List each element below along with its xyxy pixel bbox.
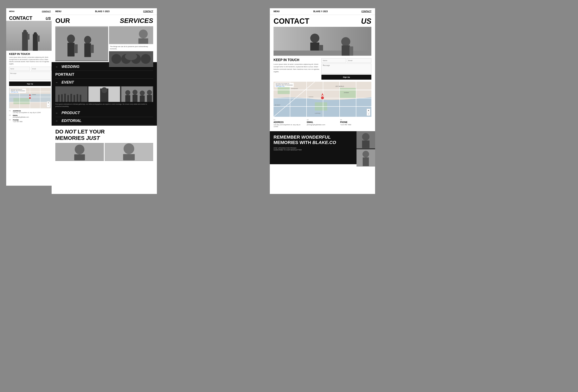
- svg-point-62: [341, 37, 350, 46]
- svg-rect-45: [133, 95, 138, 102]
- event-caption: From grand celebrations to intimate gath…: [55, 103, 153, 107]
- keep-in-touch-body: Lorem ipsum dolor sit amet, consectetur …: [9, 56, 51, 65]
- bottom-img-2-svg: [105, 143, 153, 161]
- email-content: EMAIL photography@blake.com: [13, 115, 29, 118]
- service-event[interactable]: → EVENT: [55, 79, 153, 87]
- address-value: 123 Any 123 anywhere st. any city st 123…: [13, 112, 41, 113]
- svg-point-17: [84, 36, 91, 44]
- message-input[interactable]: [321, 64, 371, 74]
- event-arrow-icon: →: [55, 81, 58, 84]
- panel3-hero-svg: [274, 27, 371, 56]
- service-product[interactable]: → PRODUCT: [55, 109, 153, 117]
- us-subtitle: US: [46, 16, 51, 21]
- message-input[interactable]: [9, 72, 51, 80]
- zoom-in-button[interactable]: +: [367, 109, 370, 112]
- submit-button[interactable]: Sign Up: [9, 82, 51, 86]
- svg-point-9: [29, 97, 31, 99]
- wonderful-label: WONDERFUL: [301, 134, 331, 140]
- panel3-footer: REMEMBER WONDERFUL MEMORIES WITH BLAKE.C…: [270, 131, 375, 164]
- svg-text:Centrum: Centrum: [32, 94, 36, 95]
- address-num: 01: [274, 119, 305, 121]
- svg-text:Centrum: Centrum: [309, 96, 313, 97]
- editorial-label: EDITORIAL: [61, 119, 82, 123]
- svg-point-21: [139, 30, 148, 38]
- panel-contact-desktop: MENU BLAKE © 2023 CONTACT CONTACT US: [270, 8, 375, 194]
- zoom-in-button[interactable]: +: [47, 101, 50, 104]
- svg-text:Jordaan: Jordaan: [344, 92, 349, 93]
- phone-num: 03: [9, 119, 11, 121]
- map-zoom-controls: + −: [47, 101, 50, 107]
- svg-rect-13: [55, 27, 108, 60]
- panel3-nav: MENU BLAKE © 2023 CONTACT: [270, 8, 375, 15]
- services-list: → WEDDING PORTRAIT → EVENT: [52, 62, 157, 126]
- submit-button[interactable]: Sign Up: [321, 75, 371, 80]
- contact-title: CONTACT: [9, 16, 32, 21]
- map-coords-overlay: 52°22'33.2"N 4°53'28.7S Singel 62, 1012 …: [275, 83, 294, 87]
- address-label: ADDRESS: [13, 110, 41, 112]
- svg-point-91: [362, 151, 369, 157]
- map-zoom-controls: + −: [367, 109, 370, 116]
- form-name-email-row: [9, 67, 51, 71]
- portrait-label: PORTRAIT: [55, 72, 74, 77]
- menu-label: MENU: [9, 10, 15, 12]
- main-layout: MENU CONTACT CONTACT US: [0, 0, 578, 392]
- event-label: EVENT: [61, 80, 74, 85]
- svg-point-88: [362, 133, 370, 140]
- address-label: ADDRESS: [274, 121, 305, 123]
- brand-label: BLAKE © 2023: [313, 10, 328, 13]
- svg-rect-2: [13, 98, 30, 104]
- name-input[interactable]: [9, 67, 30, 71]
- contact-link[interactable]: CONTACT: [143, 10, 153, 13]
- event-fashion-svg: [88, 87, 120, 102]
- just-label: JUST: [86, 135, 100, 141]
- svg-rect-61: [274, 50, 371, 56]
- svg-rect-63: [342, 45, 350, 56]
- panel2-header: OUR SERVICES: [52, 15, 157, 26]
- product-arrow-icon: →: [55, 112, 58, 115]
- event-orchestra-svg: [55, 87, 88, 102]
- svg-text:AM-WEST: AM-WEST: [275, 104, 281, 106]
- our-label: OUR: [55, 17, 70, 25]
- not-label: NOT: [65, 129, 76, 135]
- address-item: 01 ADDRESS 123 Any 123 anywhere st. any …: [9, 110, 51, 113]
- view-larger-link[interactable]: View larger map: [276, 86, 293, 87]
- hero-silhouette: [6, 21, 54, 51]
- bottom-images: [55, 143, 153, 157]
- service-event-left: → EVENT: [55, 80, 74, 85]
- email-num: 02: [9, 115, 11, 116]
- map-overlay: 52°22'33.2"N 4°53'28.7S Singel 62, 1012 …: [10, 88, 26, 93]
- view-larger-map[interactable]: View larger map: [11, 91, 25, 93]
- panel1-form: Sign Up: [9, 67, 51, 86]
- service-portrait[interactable]: PORTRAIT: [55, 71, 153, 79]
- phone-label: PHONE: [340, 121, 371, 123]
- svg-rect-36: [77, 94, 78, 102]
- email-label: EMAIL: [307, 121, 338, 123]
- memories-with-label: MEMORIES WITH: [274, 140, 311, 145]
- svg-rect-52: [74, 154, 85, 160]
- hero-img-top-right: [109, 26, 153, 44]
- svg-point-58: [310, 34, 319, 43]
- hero-left-svg: [55, 26, 108, 61]
- phone-content: PHONE +123 456 7890: [13, 119, 22, 122]
- contact-link[interactable]: CONTACT: [361, 10, 371, 13]
- zoom-out-button[interactable]: −: [47, 104, 50, 107]
- email-input[interactable]: [31, 67, 52, 71]
- service-editorial[interactable]: → EDITORIAL: [55, 117, 153, 125]
- footer-img-2-svg: [356, 149, 375, 167]
- editorial-arrow-icon: →: [55, 120, 58, 122]
- address-value: 123 Any 123 anywhere st. any city st 123…: [274, 124, 305, 128]
- email-num: 02: [307, 119, 338, 121]
- email-input[interactable]: [347, 58, 371, 63]
- keep-in-touch-text: Lorem ipsum dolor sit amet, consectetur …: [274, 63, 319, 73]
- panel-services: MENU BLAKE © 2023 CONTACT OUR SERVICES: [52, 8, 157, 194]
- panel3-form-section: KEEP IN TOUCH Lorem ipsum dolor sit amet…: [274, 58, 371, 80]
- email-col: 02 EMAIL photography@blake.com: [307, 119, 338, 128]
- svg-rect-18: [84, 43, 91, 57]
- event-img-3: [121, 87, 153, 102]
- contact-link[interactable]: CONTACT: [42, 10, 51, 12]
- keep-in-touch-title: KEEP IN TOUCH: [274, 58, 319, 62]
- name-input[interactable]: [321, 58, 346, 63]
- memories-label: MEMORIES: [55, 135, 85, 141]
- phone-value: +123 456 7890: [340, 124, 371, 126]
- zoom-out-button[interactable]: −: [367, 112, 370, 116]
